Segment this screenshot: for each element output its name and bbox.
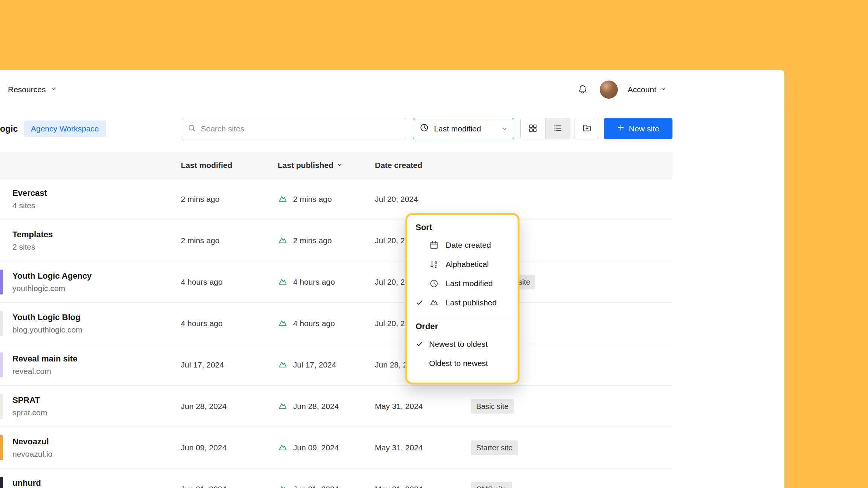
column-header-last-published[interactable]: Last published [278, 161, 343, 170]
sort-option[interactable]: Date created [407, 235, 518, 255]
site-thumbnail [0, 477, 3, 488]
new-site-label: New site [629, 124, 659, 133]
date-created-cell: Jul 20, 2024 [375, 195, 418, 204]
date-created-cell: May 31, 2024 [375, 443, 423, 452]
clock-icon [419, 123, 429, 134]
plus-icon [617, 124, 625, 133]
avatar[interactable] [600, 81, 618, 99]
calendar-icon [429, 240, 446, 250]
app-window: Resources Account ogic Agency Workspace [0, 70, 784, 488]
site-name: Youth Logic Blog [12, 313, 83, 322]
last-published-cell: 2 mins ago [278, 235, 332, 246]
page-background: { "theme": { "accent_blue": "#146EF5", "… [0, 0, 868, 488]
table-row[interactable]: Youth Logic Agency youthlogic.com 4 hour… [0, 261, 672, 303]
last-published-value: Jun 28, 2024 [293, 402, 339, 411]
site-name: Templates [12, 230, 53, 239]
list-icon [553, 124, 562, 134]
sort-option-label: Last published [446, 298, 497, 307]
sort-dropdown-button[interactable]: Last modified [413, 118, 514, 139]
site-thumbnail [0, 270, 3, 294]
sort-popover: Sort Date created az Alphabetical Last m… [405, 213, 520, 384]
resources-menu[interactable]: Resources [8, 70, 57, 109]
table-row[interactable]: Youth Logic Blog blog.youthlogic.com 4 h… [0, 303, 672, 344]
last-published-cell: 4 hours ago [278, 277, 335, 287]
sort-option[interactable]: Last modified [407, 274, 518, 293]
date-created-cell: May 31, 2024 [375, 402, 423, 411]
site-subtitle: youthlogic.com [12, 284, 92, 293]
publish-icon [278, 401, 288, 411]
site-thumbnail [0, 352, 3, 377]
popover-divider [407, 317, 518, 317]
list-view-button[interactable] [545, 118, 570, 139]
site-subtitle: nevoazul.io [12, 450, 52, 459]
site-subtitle: 2 sites [12, 242, 53, 252]
svg-text:z: z [435, 264, 437, 268]
site-name-block: Youth Logic Agency youthlogic.com [12, 271, 92, 293]
last-modified-cell: Jun 28, 2024 [181, 402, 226, 411]
last-published-cell: 4 hours ago [278, 318, 335, 328]
order-option[interactable]: Oldest to newest [407, 354, 518, 373]
account-menu[interactable]: Account [628, 85, 667, 94]
site-table-body: Evercast 4 sites 2 mins ago 2 mins ago J… [0, 178, 672, 488]
grid-view-button[interactable] [521, 118, 545, 139]
chevron-down-icon [50, 85, 57, 94]
site-subtitle: reveal.com [12, 367, 77, 376]
last-published-value: Jun 01, 2024 [293, 485, 339, 488]
site-subtitle: 4 sites [12, 201, 47, 210]
sort-option-label: Last modified [446, 279, 493, 288]
site-name: Evercast [12, 188, 47, 198]
publish-icon [278, 442, 288, 453]
publish-icon [429, 298, 446, 308]
site-name: Youth Logic Agency [12, 271, 92, 281]
sort-option-label: Alphabetical [446, 260, 489, 269]
search-input[interactable] [201, 124, 400, 133]
last-published-value: Jun 09, 2024 [293, 443, 339, 452]
new-folder-button[interactable] [575, 118, 599, 139]
top-nav: Resources Account [0, 70, 784, 109]
table-row[interactable]: Nevoazul nevoazul.io Jun 09, 2024 Jun 09… [0, 427, 672, 468]
site-thumbnail [0, 435, 3, 460]
last-published-value: 2 mins ago [293, 236, 332, 245]
site-name-block: SPRAT sprat.com [12, 395, 47, 417]
table-row[interactable]: SPRAT sprat.com Jun 28, 2024 Jun 28, 202… [0, 386, 672, 427]
order-option-label: Newest to oldest [429, 340, 487, 349]
clock-icon [429, 279, 446, 288]
last-published-cell: Jun 09, 2024 [278, 442, 339, 453]
site-subtitle: sprat.com [12, 408, 47, 417]
bell-icon [578, 84, 588, 95]
site-name: Nevoazul [12, 437, 52, 447]
column-header-date-created[interactable]: Date created [375, 161, 422, 170]
site-name-block: Nevoazul nevoazul.io [12, 437, 52, 459]
last-modified-cell: Jun 09, 2024 [181, 443, 226, 452]
notifications-button[interactable] [575, 82, 590, 97]
site-thumbnail [0, 311, 3, 336]
sort-option[interactable]: Last published [407, 293, 518, 312]
search-box [181, 118, 406, 139]
last-published-cell: 2 mins ago [278, 194, 332, 204]
table-row[interactable]: Evercast 4 sites 2 mins ago 2 mins ago J… [0, 178, 672, 220]
publish-icon [278, 194, 288, 204]
table-row[interactable]: unhurd Jun 01, 2024 Jun 01, 2024 May 31,… [0, 468, 672, 488]
column-header-last-modified[interactable]: Last modified [181, 161, 232, 170]
site-name: unhurd [12, 478, 41, 488]
top-nav-right: Account [575, 70, 667, 109]
publish-icon [278, 235, 288, 246]
site-name-block: Templates 2 sites [12, 230, 53, 252]
search-icon [187, 124, 196, 134]
order-option[interactable]: Newest to oldest [407, 334, 518, 354]
site-name: Reveal main site [12, 354, 77, 364]
publish-icon [278, 484, 288, 488]
view-toggle [520, 118, 570, 139]
table-row[interactable]: Templates 2 sites 2 mins ago 2 mins ago … [0, 220, 672, 261]
new-site-button[interactable]: New site [604, 118, 672, 139]
site-name-block: unhurd [12, 478, 41, 488]
folder-plus-icon [582, 123, 592, 134]
sort-option[interactable]: az Alphabetical [407, 255, 518, 274]
table-row[interactable]: Reveal main site reveal.com Jul 17, 2024… [0, 344, 672, 386]
site-type-badge: Starter site [471, 440, 518, 455]
breadcrumb[interactable]: ogic [0, 124, 18, 134]
workspace-badge[interactable]: Agency Workspace [24, 120, 106, 137]
site-name-block: Reveal main site reveal.com [12, 354, 77, 376]
sort-selected-label: Last modified [434, 124, 481, 133]
sites-table: Last modified Last published Date create… [0, 152, 672, 488]
